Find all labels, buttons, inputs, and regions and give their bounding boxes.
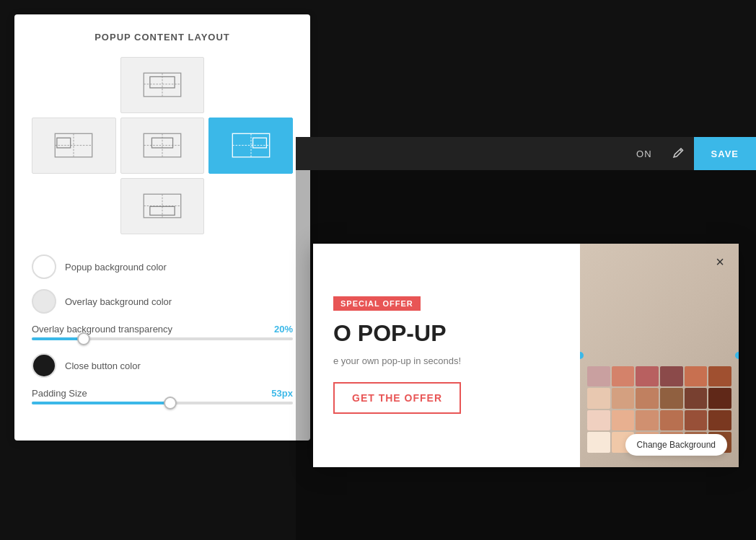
- popup-box: × SPECIAL OFFER O POP-UP e your own pop-…: [313, 244, 739, 467]
- palette-color: [660, 366, 683, 387]
- left-panel: POPUP CONTENT LAYOUT: [14, 14, 310, 441]
- popup-preview-area: × SPECIAL OFFER O POP-UP e your own pop-…: [296, 170, 756, 540]
- palette-color: [612, 388, 635, 409]
- palette-color: [708, 410, 731, 431]
- top-bar: ON SAVE: [296, 137, 756, 170]
- layout-cell-mid-right[interactable]: [208, 118, 293, 174]
- overlay-transparency-value: 20%: [274, 324, 293, 335]
- palette-color: [660, 410, 683, 431]
- popup-cta-button[interactable]: GET THE OFFER: [333, 382, 461, 414]
- palette-color: [587, 432, 610, 453]
- palette-color: [587, 410, 610, 431]
- transparency-slider-thumb[interactable]: [77, 332, 90, 345]
- popup-left-content: SPECIAL OFFER O POP-UP e your own pop-up…: [313, 244, 580, 467]
- panel-title: POPUP CONTENT LAYOUT: [32, 32, 293, 43]
- pencil-icon: [672, 147, 685, 160]
- palette-color: [685, 410, 708, 431]
- overlay-bg-color-swatch[interactable]: [32, 289, 56, 314]
- popup-right-image: Change Background: [580, 244, 739, 467]
- palette-color: [612, 366, 635, 387]
- layout-cell-bottom-center[interactable]: [120, 178, 205, 234]
- palette-color: [636, 366, 659, 387]
- overlay-transparency-label: Overlay background transparency: [32, 324, 172, 335]
- transparency-slider[interactable]: [32, 337, 293, 340]
- padding-value: 53px: [271, 388, 293, 399]
- padding-slider-thumb[interactable]: [164, 397, 177, 410]
- padding-slider[interactable]: [32, 402, 293, 404]
- palette-color: [685, 366, 708, 387]
- layout-icon-top-center: [141, 67, 184, 103]
- layout-icon-mid-center: [141, 128, 184, 164]
- palette-color: [708, 366, 731, 387]
- padding-slider-track: [32, 402, 293, 404]
- popup-tag: SPECIAL OFFER: [333, 296, 421, 311]
- save-button[interactable]: SAVE: [694, 137, 756, 170]
- palette-color: [587, 388, 610, 409]
- palette-color: [587, 366, 610, 387]
- palette-color: [660, 388, 683, 409]
- popup-dot-right[interactable]: [735, 352, 739, 359]
- popup-bg-color-row: Popup background color: [32, 254, 293, 279]
- padding-label: Padding Size: [32, 388, 87, 399]
- palette-color: [636, 410, 659, 431]
- transparency-slider-fill: [32, 337, 84, 340]
- svg-rect-15: [252, 138, 266, 148]
- palette-color: [636, 388, 659, 409]
- close-btn-color-row: Close button color: [32, 353, 293, 378]
- transparency-slider-track: [32, 337, 293, 340]
- overlay-bg-color-row: Overlay background color: [32, 289, 293, 314]
- popup-close-button[interactable]: ×: [710, 252, 730, 273]
- close-btn-color-swatch[interactable]: [32, 353, 56, 378]
- layout-cell-top-center[interactable]: [120, 57, 205, 113]
- overlay-bg-label: Overlay background color: [65, 296, 172, 307]
- overlay-transparency-row: Overlay background transparency 20%: [32, 324, 293, 340]
- layout-cell-mid-left[interactable]: [32, 118, 116, 174]
- layout-icon-mid-right: [229, 128, 273, 164]
- palette-color: [612, 410, 635, 431]
- layout-grid: [32, 57, 293, 234]
- edit-icon-button[interactable]: [664, 137, 694, 170]
- layout-icon-bottom-center: [141, 188, 184, 224]
- popup-title: O POP-UP: [333, 321, 560, 346]
- popup-subtitle: e your own pop-up in seconds!: [333, 355, 560, 366]
- popup-bg-label: Popup background color: [65, 262, 167, 273]
- layout-icon-mid-left: [52, 128, 95, 164]
- layout-cell-mid-center[interactable]: [120, 118, 205, 174]
- svg-rect-7: [57, 138, 71, 148]
- palette-color: [708, 388, 731, 409]
- turn-on-button[interactable]: ON: [625, 137, 664, 170]
- change-background-button[interactable]: Change Background: [625, 434, 727, 456]
- popup-bg-color-swatch[interactable]: [32, 254, 56, 279]
- close-btn-label: Close button color: [65, 360, 141, 371]
- padding-slider-fill: [32, 402, 170, 404]
- palette-color: [685, 388, 708, 409]
- makeup-image: Change Background: [580, 244, 739, 467]
- padding-size-row: Padding Size 53px: [32, 388, 293, 404]
